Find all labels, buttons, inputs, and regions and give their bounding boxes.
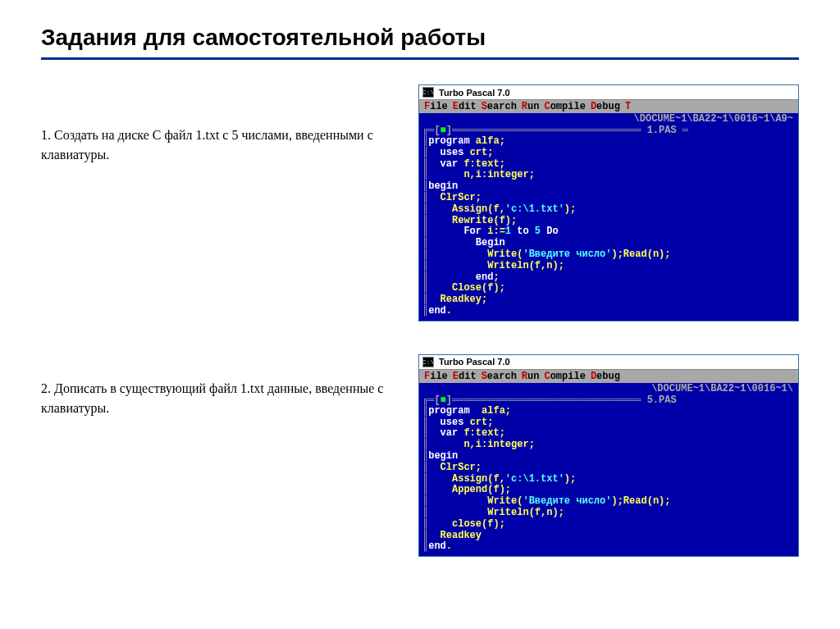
code-block-2: ║program alfa; ║ uses crt; ║ var f:text;… bbox=[422, 406, 795, 553]
menu-file[interactable]: File bbox=[424, 101, 448, 112]
titlebar-2: C:\ Turbo Pascal 7.0 bbox=[419, 355, 798, 370]
frame-top-1: ╔═[■]════════════════════════════════ 1.… bbox=[422, 125, 795, 136]
turbo-pascal-window-1: C:\ Turbo Pascal 7.0 File Edit Search Ru… bbox=[418, 84, 799, 321]
window-control-icon[interactable]: ■ bbox=[441, 125, 446, 136]
menu-run[interactable]: Run bbox=[522, 371, 540, 382]
menubar-2: File Edit Search Run Compile Debug bbox=[419, 370, 798, 383]
task-row-1: 1. Создать на диске C файл 1.txt с 5 чис… bbox=[41, 84, 799, 321]
menu-run[interactable]: Run bbox=[522, 101, 540, 112]
menu-compile[interactable]: Compile bbox=[544, 371, 585, 382]
titlebar-1: C:\ Turbo Pascal 7.0 bbox=[419, 85, 798, 100]
app-title: Turbo Pascal 7.0 bbox=[439, 357, 510, 367]
filename-1: 1.PAS bbox=[647, 125, 677, 136]
path-1: \DOCUME~1\BA22~1\0016~1\A9~ bbox=[419, 113, 798, 125]
task2-text: 2. Дописать в существующий файл 1.txt да… bbox=[41, 354, 418, 418]
cmd-icon: C:\ bbox=[422, 357, 434, 367]
menu-debug[interactable]: Debug bbox=[591, 101, 620, 112]
filename-2: 5.PAS bbox=[647, 394, 677, 406]
menu-debug[interactable]: Debug bbox=[591, 371, 620, 382]
code-block-1: ║program alfa; ║ uses crt; ║ var f:text;… bbox=[422, 136, 795, 317]
menubar-1: File Edit Search Run Compile Debug T bbox=[419, 100, 798, 113]
menu-edit[interactable]: Edit bbox=[453, 101, 477, 112]
menu-search[interactable]: Search bbox=[482, 371, 517, 382]
menu-search[interactable]: Search bbox=[482, 101, 517, 112]
cmd-icon: C:\ bbox=[422, 87, 434, 98]
menu-file[interactable]: File bbox=[424, 371, 448, 382]
window-control-icon[interactable]: ■ bbox=[441, 394, 446, 406]
turbo-pascal-window-2: C:\ Turbo Pascal 7.0 File Edit Search Ru… bbox=[418, 354, 799, 557]
path-2: \DOCUME~1\BA22~1\0016~1\ bbox=[419, 383, 798, 394]
menu-tools[interactable]: T bbox=[625, 101, 631, 112]
app-title: Turbo Pascal 7.0 bbox=[439, 88, 510, 98]
frame-top-2: ╔═[■]════════════════════════════════ 5.… bbox=[422, 394, 795, 406]
title-rule bbox=[41, 57, 799, 60]
slide-title: Задания для самостоятельной работы bbox=[41, 25, 799, 51]
menu-compile[interactable]: Compile bbox=[544, 101, 585, 112]
menu-edit[interactable]: Edit bbox=[453, 371, 477, 382]
task-row-2: 2. Дописать в существующий файл 1.txt да… bbox=[41, 354, 799, 557]
task1-text: 1. Создать на диске C файл 1.txt с 5 чис… bbox=[41, 84, 418, 165]
